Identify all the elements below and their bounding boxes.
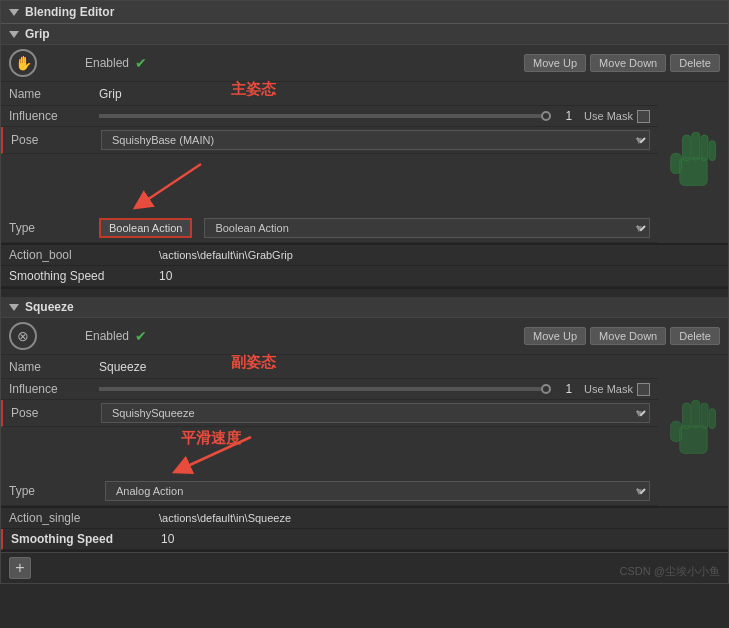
squeeze-influence-label: Influence (9, 382, 99, 396)
panel-header: Blending Editor (1, 1, 728, 24)
squeeze-enabled-row: ⊗ Enabled ✔ Move Up Move Down Delete (1, 318, 728, 355)
grip-use-mask-label: Use Mask (584, 110, 633, 122)
grip-move-up-button[interactable]: Move Up (524, 54, 586, 72)
squeeze-action-row: Action_single \actions\default\in\Squeez… (1, 508, 728, 529)
grip-section: Grip ✋ Enabled ✔ Move Up Move Down Delet… (1, 24, 728, 245)
squeeze-influence-radio[interactable] (541, 384, 551, 394)
grip-action-row: Action_bool \actions\default\in\GrabGrip (1, 245, 728, 266)
squeeze-section-header: Squeeze (1, 297, 728, 318)
squeeze-pose-select[interactable]: SquishySqueeze (101, 403, 650, 423)
grip-action-value: \actions\default\in\GrabGrip (159, 249, 293, 261)
grip-arrow-svg (121, 154, 241, 214)
grip-annotation-area (1, 154, 658, 214)
grip-pose-row: Pose SquishyBase (MAIN) (1, 127, 658, 154)
svg-rect-2 (679, 158, 707, 186)
svg-rect-17 (670, 421, 681, 441)
squeeze-move-down-button[interactable]: Move Down (590, 327, 666, 345)
squeeze-icon: ⊗ (9, 322, 37, 350)
grip-influence-value: 1 (565, 109, 572, 123)
squeeze-smoothing-label: Smoothing Speed (11, 532, 161, 546)
squeeze-type-label: Type (9, 484, 99, 498)
grip-hand-area (658, 82, 728, 243)
grip-pose-label: Pose (11, 133, 101, 147)
squeeze-hand-svg (666, 393, 721, 468)
grip-name-value: Grip (99, 87, 122, 101)
grip-delete-button[interactable]: Delete (670, 54, 720, 72)
grip-enabled-row: ✋ Enabled ✔ Move Up Move Down Delete (1, 45, 728, 82)
squeeze-pose-label: Pose (11, 406, 101, 420)
svg-rect-8 (679, 158, 707, 186)
squeeze-pose-select-wrapper[interactable]: SquishySqueeze (101, 403, 650, 423)
squeeze-visual-section: Name Squeeze 副姿态 Influence 1 Use Mask Po (1, 355, 728, 506)
grip-hand-svg (666, 125, 721, 200)
add-button[interactable]: + (9, 557, 31, 579)
squeeze-name-row: Name Squeeze 副姿态 (1, 355, 658, 379)
squeeze-type-select[interactable]: Analog Action (105, 481, 650, 501)
grip-type-badge: Boolean Action (99, 218, 192, 238)
squeeze-move-up-button[interactable]: Move Up (524, 327, 586, 345)
squeeze-use-mask-checkbox[interactable] (637, 383, 650, 396)
squeeze-smoothing-value: 10 (161, 532, 174, 546)
svg-rect-23 (670, 421, 681, 441)
panel-title: Blending Editor (25, 5, 114, 19)
squeeze-collapse-icon[interactable] (9, 304, 19, 311)
squeeze-type-select-wrapper[interactable]: Analog Action (105, 481, 650, 501)
grip-type-row: Type Boolean Action Boolean Action (1, 214, 658, 243)
section-gap-1 (1, 289, 728, 297)
svg-line-15 (181, 437, 251, 469)
squeeze-section: Squeeze ⊗ Enabled ✔ Move Up Move Down De… (1, 297, 728, 508)
svg-rect-11 (691, 132, 699, 160)
grip-pose-select[interactable]: SquishyBase (MAIN) (101, 130, 650, 150)
squeeze-action-label: Action_single (9, 511, 159, 525)
watermark: CSDN @尘埃小小鱼 (620, 564, 720, 579)
svg-rect-24 (682, 403, 690, 429)
grip-influence-radio[interactable] (541, 111, 551, 121)
svg-rect-20 (700, 403, 707, 429)
grip-use-mask-checkbox[interactable] (637, 110, 650, 123)
svg-rect-26 (700, 403, 707, 429)
svg-rect-19 (691, 400, 699, 428)
squeeze-enabled-check[interactable]: ✔ (135, 328, 147, 344)
grip-pose-select-wrapper[interactable]: SquishyBase (MAIN) (101, 130, 650, 150)
grip-rows-block: Name Grip 主姿态 Influence 1 Use Mask (1, 82, 658, 243)
grip-smoothing-value: 10 (159, 269, 172, 283)
grip-influence-track[interactable] (99, 114, 541, 118)
blending-editor-panel: Blending Editor Grip ✋ Enabled ✔ Move Up… (0, 0, 729, 584)
grip-smoothing-label: Smoothing Speed (9, 269, 159, 283)
squeeze-btn-group: Move Up Move Down Delete (524, 327, 720, 345)
squeeze-influence-track[interactable] (99, 387, 541, 391)
grip-collapse-icon[interactable] (9, 31, 19, 38)
grip-name-row: Name Grip 主姿态 (1, 82, 658, 106)
panel-collapse-icon[interactable] (9, 9, 19, 16)
squeeze-action-value: \actions\default\in\Squeeze (159, 512, 291, 524)
squeeze-arrow-svg (161, 427, 291, 477)
grip-name-label: Name (9, 87, 99, 101)
squeeze-title: Squeeze (25, 300, 74, 314)
svg-rect-21 (709, 409, 715, 429)
grip-enabled-label: Enabled (85, 56, 129, 70)
svg-rect-10 (682, 135, 690, 161)
squeeze-hand-area (658, 355, 728, 506)
svg-rect-6 (700, 135, 707, 161)
grip-icon: ✋ (9, 49, 37, 77)
squeeze-enabled-label: Enabled (85, 329, 129, 343)
svg-rect-9 (670, 153, 681, 173)
grip-smoothing-row: Smoothing Speed 10 (1, 266, 728, 287)
grip-type-select[interactable]: Boolean Action (204, 218, 650, 238)
squeeze-name-label: Name (9, 360, 99, 374)
svg-rect-3 (670, 153, 681, 173)
grip-type-label: Type (9, 221, 99, 235)
annotation-main-pose: 主姿态 (231, 80, 276, 99)
annotation-sub-pose: 副姿态 (231, 353, 276, 372)
squeeze-influence-row: Influence 1 Use Mask (1, 379, 658, 400)
grip-type-select-wrapper[interactable]: Boolean Action (204, 218, 650, 238)
grip-move-down-button[interactable]: Move Down (590, 54, 666, 72)
grip-section-header: Grip (1, 24, 728, 45)
grip-visual-section: Name Grip 主姿态 Influence 1 Use Mask (1, 82, 728, 243)
svg-rect-12 (700, 135, 707, 161)
grip-enabled-check[interactable]: ✔ (135, 55, 147, 71)
svg-rect-18 (682, 403, 690, 429)
grip-influence-row: Influence 1 Use Mask (1, 106, 658, 127)
svg-line-1 (141, 164, 201, 204)
squeeze-delete-button[interactable]: Delete (670, 327, 720, 345)
